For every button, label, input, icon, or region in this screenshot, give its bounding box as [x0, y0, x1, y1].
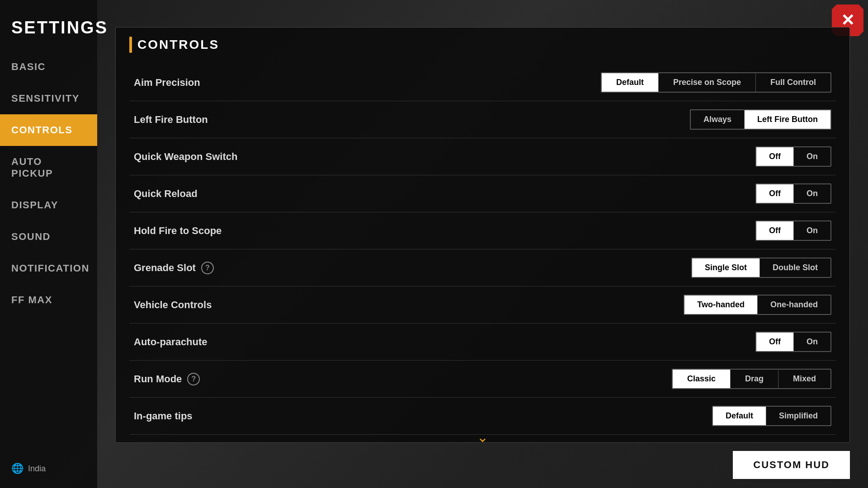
globe-icon: 🌐: [11, 463, 24, 474]
help-icon-run-mode[interactable]: ?: [187, 373, 200, 385]
region-label: India: [28, 464, 46, 474]
toggle-option-aim-precision-0[interactable]: Default: [602, 73, 658, 92]
toggle-option-grenade-slot-0[interactable]: Single Slot: [692, 258, 760, 277]
toggle-group-quick-reload: OffOn: [755, 183, 831, 204]
toggle-option-vehicle-controls-1[interactable]: One-handed: [758, 296, 830, 314]
toggle-option-run-mode-2[interactable]: Mixed: [778, 370, 830, 388]
setting-label-quick-reload: Quick Reload: [134, 188, 755, 200]
toggle-option-auto-parachute-0[interactable]: Off: [756, 333, 793, 351]
toggle-group-aim-precision: DefaultPrecise on ScopeFull Control: [601, 72, 831, 93]
toggle-group-run-mode: ClassicDragMixed: [672, 369, 831, 389]
setting-label-run-mode: Run Mode?: [134, 373, 672, 385]
bottom-bar: CUSTOM HUD: [733, 451, 850, 479]
help-icon-grenade-slot[interactable]: ?: [201, 262, 214, 274]
setting-row-run-mode: Run Mode?ClassicDragMixed: [129, 361, 836, 398]
setting-label-quick-weapon-switch: Quick Weapon Switch: [134, 151, 755, 163]
toggle-group-in-game-tips: DefaultSimplified: [712, 406, 831, 426]
toggle-option-auto-parachute-1[interactable]: On: [794, 333, 830, 351]
sidebar-item-notification[interactable]: NOTIFICATION: [0, 253, 97, 284]
toggle-option-grenade-slot-1[interactable]: Double Slot: [760, 258, 830, 277]
sidebar-item-ff-max[interactable]: FF MAX: [0, 284, 97, 316]
setting-row-hold-fire-to-scope: Hold Fire to ScopeOffOn: [129, 212, 836, 249]
setting-row-quick-reload: Quick ReloadOffOn: [129, 175, 836, 212]
main-content: CONTROLS Aim PrecisionDefaultPrecise on …: [97, 0, 868, 488]
sidebar-footer: 🌐 India: [11, 463, 46, 474]
toggle-group-quick-weapon-switch: OffOn: [755, 146, 831, 167]
toggle-option-left-fire-button-1[interactable]: Left Fire Button: [745, 110, 830, 129]
toggle-option-run-mode-0[interactable]: Classic: [673, 370, 730, 388]
custom-hud-button[interactable]: CUSTOM HUD: [733, 451, 850, 479]
settings-panel: CONTROLS Aim PrecisionDefaultPrecise on …: [115, 27, 850, 443]
toggle-option-hold-fire-to-scope-1[interactable]: On: [794, 221, 830, 240]
setting-row-quick-weapon-switch: Quick Weapon SwitchOffOn: [129, 138, 836, 175]
settings-title: SETTINGS: [0, 9, 97, 51]
setting-label-in-game-tips: In-game tips: [134, 410, 712, 422]
toggle-option-quick-weapon-switch-0[interactable]: Off: [756, 147, 793, 166]
sidebar-nav: BASICSENSITIVITYCONTROLSAUTO PICKUPDISPL…: [0, 51, 97, 316]
setting-label-auto-parachute: Auto-parachute: [134, 336, 755, 348]
setting-label-aim-precision: Aim Precision: [134, 77, 601, 89]
setting-label-left-fire-button: Left Fire Button: [134, 114, 690, 126]
sidebar-item-sound[interactable]: SOUND: [0, 221, 97, 253]
setting-row-auto-parachute: Auto-parachuteOffOn: [129, 324, 836, 361]
setting-label-vehicle-controls: Vehicle Controls: [134, 299, 684, 311]
toggle-option-in-game-tips-0[interactable]: Default: [713, 407, 766, 425]
toggle-option-vehicle-controls-0[interactable]: Two-handed: [684, 296, 757, 314]
toggle-group-hold-fire-to-scope: OffOn: [755, 221, 831, 241]
section-title: CONTROLS: [129, 37, 836, 53]
toggle-option-hold-fire-to-scope-0[interactable]: Off: [756, 221, 793, 240]
toggle-option-quick-reload-0[interactable]: Off: [756, 184, 793, 203]
setting-row-vehicle-controls: Vehicle ControlsTwo-handedOne-handed: [129, 286, 836, 324]
toggle-group-auto-parachute: OffOn: [755, 332, 831, 352]
setting-label-grenade-slot: Grenade Slot?: [134, 262, 691, 274]
sidebar-item-controls[interactable]: CONTROLS: [0, 114, 97, 146]
sidebar-item-auto-pickup[interactable]: AUTO PICKUP: [0, 146, 97, 189]
toggle-option-quick-weapon-switch-1[interactable]: On: [794, 147, 830, 166]
setting-row-grenade-slot: Grenade Slot?Single SlotDouble Slot: [129, 249, 836, 286]
toggle-group-left-fire-button: AlwaysLeft Fire Button: [690, 109, 831, 130]
toggle-option-in-game-tips-1[interactable]: Simplified: [766, 407, 830, 425]
sidebar-item-basic[interactable]: BASIC: [0, 51, 97, 83]
toggle-option-aim-precision-1[interactable]: Precise on Scope: [659, 73, 755, 92]
settings-list: Aim PrecisionDefaultPrecise on ScopeFull…: [129, 64, 836, 435]
section-bar: [129, 37, 132, 53]
toggle-option-aim-precision-2[interactable]: Full Control: [756, 73, 830, 92]
sidebar: SETTINGS BASICSENSITIVITYCONTROLSAUTO PI…: [0, 0, 97, 488]
sidebar-item-display[interactable]: DISPLAY: [0, 189, 97, 221]
toggle-option-left-fire-button-0[interactable]: Always: [691, 110, 744, 129]
setting-row-left-fire-button: Left Fire ButtonAlwaysLeft Fire Button: [129, 101, 836, 138]
toggle-option-run-mode-1[interactable]: Drag: [731, 370, 778, 388]
setting-label-hold-fire-to-scope: Hold Fire to Scope: [134, 225, 755, 237]
scroll-arrow[interactable]: ⌄: [477, 429, 488, 445]
toggle-group-grenade-slot: Single SlotDouble Slot: [691, 258, 831, 278]
setting-row-aim-precision: Aim PrecisionDefaultPrecise on ScopeFull…: [129, 64, 836, 101]
toggle-option-quick-reload-1[interactable]: On: [794, 184, 830, 203]
toggle-group-vehicle-controls: Two-handedOne-handed: [684, 295, 831, 315]
sidebar-item-sensitivity[interactable]: SENSITIVITY: [0, 83, 97, 114]
section-label: CONTROLS: [137, 38, 219, 52]
